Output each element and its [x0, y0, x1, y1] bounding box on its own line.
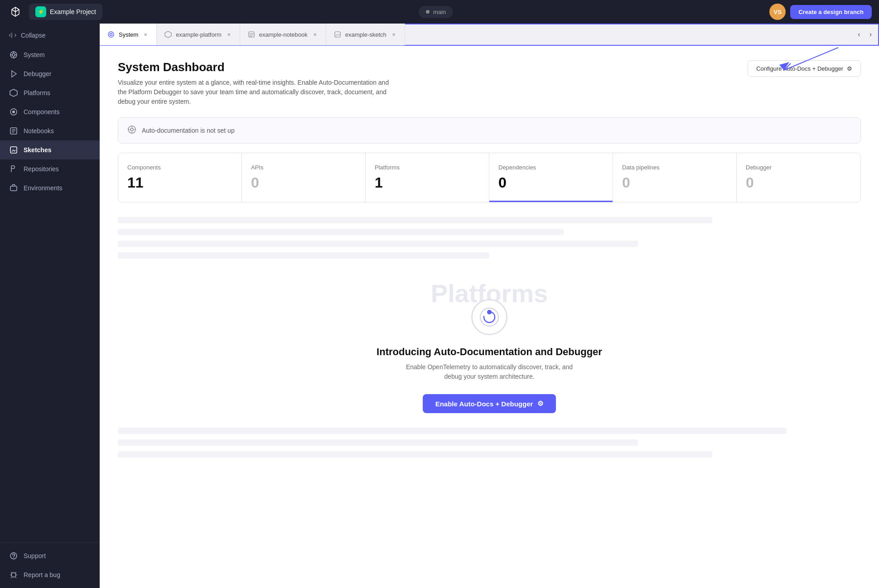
blurred-row — [118, 252, 489, 259]
tab-next-button[interactable]: › — [866, 29, 875, 40]
support-icon — [9, 551, 18, 560]
tab-platform-close[interactable]: ✕ — [225, 31, 232, 38]
stat-components-label: Components — [127, 164, 232, 171]
gear-icon: ⚙ — [847, 65, 852, 72]
sidebar-item-system[interactable]: System — [0, 45, 100, 64]
sidebar-item-support[interactable]: Support — [0, 546, 100, 565]
blurred-row — [118, 217, 712, 223]
system-icon — [9, 50, 18, 59]
stat-debugger-value: 0 — [746, 174, 851, 191]
tab-example-notebook[interactable]: example-notebook ✕ — [240, 24, 326, 45]
page-description: Visualize your entire system at a glance… — [118, 78, 399, 106]
components-icon — [9, 107, 18, 116]
tabbar: System ✕ example-platform ✕ — [100, 24, 879, 46]
sidebar-item-debugger[interactable]: Debugger — [0, 64, 100, 83]
tab-prev-button[interactable]: ‹ — [854, 29, 864, 40]
sidebar-bottom: Support Report a bug — [0, 542, 100, 584]
stat-debugger[interactable]: Debugger 0 — [737, 153, 860, 202]
autodoc-status-icon — [127, 125, 136, 136]
blurred-row — [118, 439, 638, 446]
annotation-arrow — [757, 43, 847, 75]
page-title: System Dashboard — [118, 60, 399, 74]
branch-name: main — [433, 9, 446, 15]
platforms-icon — [9, 88, 18, 97]
sidebar-label-platforms: Platforms — [24, 89, 50, 96]
stat-apis-label: APIs — [251, 164, 356, 171]
stat-pipelines-label: Data pipelines — [622, 164, 727, 171]
avatar[interactable]: VS — [769, 4, 786, 20]
svg-point-1 — [12, 53, 15, 56]
svg-point-27 — [487, 310, 492, 314]
app-logo[interactable] — [7, 4, 24, 20]
svg-point-13 — [11, 573, 16, 577]
stat-apis-value: 0 — [251, 174, 356, 191]
topbar-right: VS Create a design branch — [769, 4, 872, 20]
collapse-text: Collapse — [21, 32, 45, 39]
stat-data-pipelines[interactable]: Data pipelines 0 — [613, 153, 737, 202]
sidebar-item-platforms[interactable]: Platforms — [0, 83, 100, 102]
stat-platforms[interactable]: Platforms 1 — [366, 153, 489, 202]
notebooks-icon — [9, 126, 18, 135]
blurred-row — [118, 229, 564, 235]
sidebar-label-system: System — [24, 51, 45, 58]
branch-indicator — [426, 10, 430, 14]
tabbar-nav: ‹ › — [850, 29, 879, 40]
sketch-tab-icon — [333, 30, 342, 39]
tab-example-sketch[interactable]: example-sketch ✕ — [326, 24, 405, 45]
svg-point-14 — [108, 32, 114, 37]
sidebar-item-environments[interactable]: Environments — [0, 178, 100, 198]
stat-apis[interactable]: APIs 0 — [242, 153, 366, 202]
tab-example-notebook-label: example-notebook — [259, 31, 308, 38]
enable-autodocs-button[interactable]: Enable Auto-Docs + Debugger ⚙ — [423, 394, 556, 413]
stat-components-value: 11 — [127, 174, 232, 191]
tab-sketch-close[interactable]: ✕ — [390, 31, 397, 38]
stat-platforms-value: 1 — [375, 174, 480, 191]
main-content: System Dashboard Visualize your entire s… — [100, 46, 879, 588]
enable-btn-label: Enable Auto-Docs + Debugger — [435, 400, 533, 408]
tab-system-label: System — [119, 31, 138, 38]
stat-dependencies[interactable]: Dependencies 0 — [489, 153, 613, 202]
stat-debugger-label: Debugger — [746, 164, 851, 171]
svg-rect-11 — [10, 186, 17, 191]
content-area: System ✕ example-platform ✕ — [100, 24, 879, 588]
sidebar-item-notebooks[interactable]: Notebooks — [0, 121, 100, 140]
promo-autodoc-icon — [478, 306, 501, 328]
stat-dependencies-value: 0 — [498, 174, 604, 191]
project-name: Example Project — [50, 8, 96, 15]
sidebar-collapse-button[interactable]: System Collapse — [0, 27, 100, 43]
sidebar: System Collapse System Debugger — [0, 24, 100, 588]
svg-rect-21 — [335, 32, 340, 37]
svg-point-12 — [10, 553, 17, 559]
blurred-top-rows — [118, 217, 861, 259]
blurred-row — [118, 241, 638, 247]
stat-pipelines-value: 0 — [622, 174, 727, 191]
page-header: System Dashboard Visualize your entire s… — [118, 60, 399, 106]
stat-components[interactable]: Components 11 — [118, 153, 242, 202]
sidebar-label-components: Components — [24, 108, 59, 116]
sidebar-item-report-bug[interactable]: Report a bug — [0, 565, 100, 584]
create-branch-button[interactable]: Create a design branch — [790, 5, 872, 19]
sidebar-item-components[interactable]: Components — [0, 102, 100, 121]
tab-example-platform[interactable]: example-platform ✕ — [157, 24, 240, 45]
sidebar-item-repositories[interactable]: Repositories — [0, 159, 100, 178]
header-row: System Dashboard Visualize your entire s… — [118, 60, 861, 106]
sidebar-item-sketches[interactable]: Sketches — [0, 140, 100, 159]
tab-notebook-close[interactable]: ✕ — [311, 31, 319, 38]
sketches-icon — [9, 145, 18, 154]
platform-tab-icon — [164, 30, 172, 39]
tab-example-sketch-label: example-sketch — [345, 31, 386, 38]
branch-selector[interactable]: main — [419, 6, 453, 18]
svg-rect-10 — [10, 147, 17, 153]
svg-point-24 — [130, 128, 133, 131]
promo-center: Platforms Introducing Auto-Documentation… — [118, 270, 861, 428]
tab-system[interactable]: System ✕ — [100, 24, 157, 45]
promo-section: Platforms Introducing Auto-Documentation… — [118, 217, 861, 458]
blurred-row — [118, 428, 787, 434]
autodoc-banner: Auto-documentation is not set up — [118, 117, 861, 144]
sidebar-label-debugger: Debugger — [24, 70, 52, 77]
project-selector[interactable]: ⚡ Example Project — [29, 4, 102, 20]
blurred-row — [118, 451, 712, 458]
sidebar-label-report-bug: Report a bug — [24, 571, 60, 578]
tab-system-close[interactable]: ✕ — [142, 31, 149, 38]
promo-icon-wrap — [471, 299, 507, 335]
